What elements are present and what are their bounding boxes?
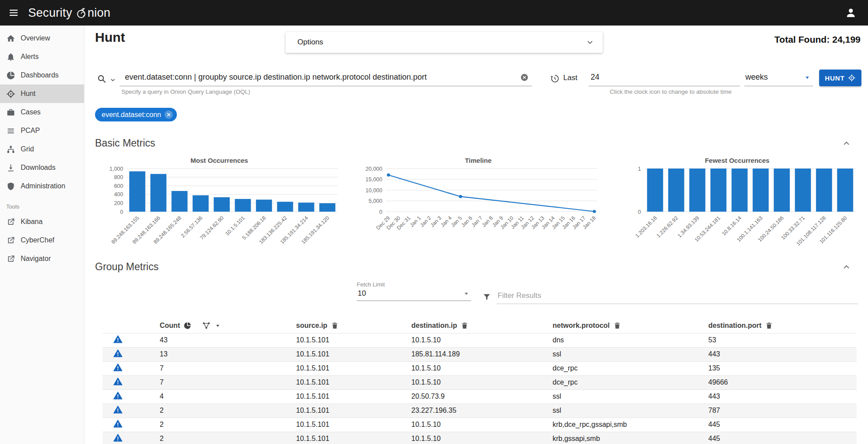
options-dropdown[interactable]: Options	[286, 32, 603, 53]
query-type-chevron-down-icon[interactable]	[108, 73, 118, 86]
cell-destination-port[interactable]: 443	[708, 389, 857, 404]
cell-network-protocol[interactable]: dce_rpc	[553, 361, 708, 375]
cell-destination-ip[interactable]: 185.81.114.189	[411, 347, 553, 361]
filter-results-field	[482, 290, 858, 304]
cell-count[interactable]: 7	[160, 375, 296, 389]
grid-nodes-icon	[6, 145, 15, 154]
cell-network-protocol[interactable]: ssl	[553, 347, 708, 361]
chart-fewest-occurrences[interactable]: Fewest Occurrences 011.203.16.181.226.62…	[613, 157, 861, 253]
column-header-network-protocol[interactable]: network.protocol	[553, 322, 610, 330]
cell-destination-ip[interactable]: 10.1.5.10	[411, 432, 553, 444]
column-header-count[interactable]: Count	[160, 322, 180, 330]
sidebar-item-overview[interactable]: Overview	[0, 29, 84, 48]
sidebar-item-administration[interactable]: Administration	[0, 177, 84, 195]
sidebar-item-pcap[interactable]: PCAP	[0, 121, 84, 140]
cell-network-protocol[interactable]: ssl	[553, 404, 708, 418]
cell-network-protocol[interactable]: krb,dce_rpc,gssapi,smb	[553, 418, 708, 432]
trash-icon[interactable]	[331, 322, 339, 330]
cell-destination-ip[interactable]: 10.1.5.10	[411, 375, 553, 389]
cell-source-ip[interactable]: 10.1.5.101	[296, 361, 411, 375]
cell-count[interactable]: 2	[160, 404, 296, 418]
external-link-icon	[6, 254, 15, 264]
sidebar-item-label: Overview	[21, 34, 50, 42]
pie-chart-icon[interactable]	[183, 322, 191, 330]
sidebar-item-dashboards[interactable]: Dashboards	[0, 66, 84, 84]
chip-close-icon[interactable]	[165, 110, 173, 119]
collapse-chevron-up-icon[interactable]	[841, 262, 852, 272]
column-header-destination-port[interactable]: destination.port	[708, 322, 762, 330]
query-input[interactable]	[124, 72, 519, 82]
sidebar-item-navigator[interactable]: Navigator	[0, 250, 84, 268]
sidebar-item-grid[interactable]: Grid	[0, 140, 84, 158]
cell-destination-port[interactable]: 49666	[708, 375, 857, 389]
cell-source-ip[interactable]: 10.1.5.101	[296, 404, 411, 418]
alert-triangle-icon[interactable]	[113, 391, 123, 400]
alert-triangle-icon[interactable]	[113, 334, 123, 344]
cell-destination-ip[interactable]: 10.1.5.10	[411, 333, 553, 347]
cell-destination-ip[interactable]: 20.50.73.9	[411, 389, 553, 404]
cell-destination-ip[interactable]: 10.1.5.10	[411, 418, 553, 432]
cell-count[interactable]: 2	[160, 418, 296, 432]
trash-icon[interactable]	[613, 322, 621, 330]
cell-source-ip[interactable]: 10.1.5.101	[296, 375, 411, 389]
clear-query-icon[interactable]	[519, 72, 530, 83]
cell-count[interactable]: 4	[160, 389, 296, 404]
cell-source-ip[interactable]: 10.1.5.101	[296, 418, 411, 432]
sidebar-item-alerts[interactable]: Alerts	[0, 48, 84, 66]
filter-chip[interactable]: event.dataset:conn	[95, 108, 177, 121]
page-title: Hunt	[95, 30, 125, 45]
cell-network-protocol[interactable]: dns	[553, 333, 708, 347]
alert-triangle-icon[interactable]	[113, 405, 123, 415]
caret-down-icon[interactable]	[214, 322, 221, 329]
cell-destination-port[interactable]: 443	[708, 347, 857, 361]
cell-destination-port[interactable]: 445	[708, 432, 857, 444]
external-link-icon	[6, 217, 15, 227]
sidebar-item-downloads[interactable]: Downloads	[0, 158, 84, 177]
sidebar-item-cyberchef[interactable]: CyberChef	[0, 231, 84, 250]
trash-icon[interactable]	[461, 322, 469, 330]
cell-source-ip[interactable]: 10.1.5.101	[296, 389, 411, 404]
sidebar-item-kibana[interactable]: Kibana	[0, 213, 84, 231]
cell-count[interactable]: 2	[160, 432, 296, 444]
sidebar-item-hunt[interactable]: Hunt	[0, 84, 84, 103]
alert-triangle-icon[interactable]	[113, 377, 123, 386]
cell-network-protocol[interactable]: ssl	[553, 389, 708, 404]
trash-icon[interactable]	[765, 322, 773, 330]
history-clock-icon[interactable]	[549, 73, 560, 84]
cell-count[interactable]: 43	[160, 333, 296, 347]
cell-count[interactable]: 13	[160, 347, 296, 361]
cell-destination-ip[interactable]: 23.227.196.35	[411, 404, 553, 418]
user-account-icon[interactable]	[843, 5, 858, 20]
collapse-chevron-up-icon[interactable]	[841, 138, 852, 149]
cell-destination-port[interactable]: 135	[708, 361, 857, 375]
alert-triangle-icon[interactable]	[113, 363, 123, 372]
cell-source-ip[interactable]: 10.1.5.101	[296, 347, 411, 361]
cell-network-protocol[interactable]: krb,gssapi,smb	[553, 432, 708, 444]
hunt-button[interactable]: HUNT	[819, 70, 861, 86]
cell-destination-ip[interactable]: 10.1.5.10	[411, 361, 553, 375]
column-header-destination-ip[interactable]: destination.ip	[411, 322, 457, 330]
crosshair-icon	[848, 74, 856, 82]
sidebar-item-cases[interactable]: Cases	[0, 103, 84, 121]
cell-source-ip[interactable]: 10.1.5.101	[296, 432, 411, 444]
cell-destination-port[interactable]: 53	[708, 333, 857, 347]
chart-timeline[interactable]: Timeline 05,00010,00015,00020,000Dec 29D…	[354, 157, 603, 253]
cell-network-protocol[interactable]: dce_rpc	[553, 375, 708, 389]
hamburger-menu-icon[interactable]	[6, 5, 21, 20]
cell-destination-port[interactable]: 445	[708, 418, 857, 432]
cell-destination-port[interactable]: 787	[708, 404, 857, 418]
time-value-input[interactable]	[590, 72, 738, 82]
chart-most-occurrences[interactable]: Most Occurrences 02004006008001,00089.24…	[95, 157, 344, 253]
total-found: Total Found: 24,199	[774, 34, 861, 45]
cell-count[interactable]: 7	[160, 361, 296, 375]
alert-triangle-icon[interactable]	[113, 349, 123, 358]
cell-source-ip[interactable]: 10.1.5.101	[296, 333, 411, 347]
alert-triangle-icon[interactable]	[113, 419, 123, 429]
column-header-source-ip[interactable]: source.ip	[296, 322, 327, 330]
fetch-limit-select[interactable]: Fetch Limit 10	[357, 281, 471, 301]
time-unit-select[interactable]: weeks	[744, 70, 813, 86]
sidebar-item-label: Hunt	[21, 90, 36, 98]
filter-results-input[interactable]	[497, 290, 858, 304]
group-graph-icon[interactable]	[202, 321, 211, 330]
alert-triangle-icon[interactable]	[113, 433, 123, 443]
